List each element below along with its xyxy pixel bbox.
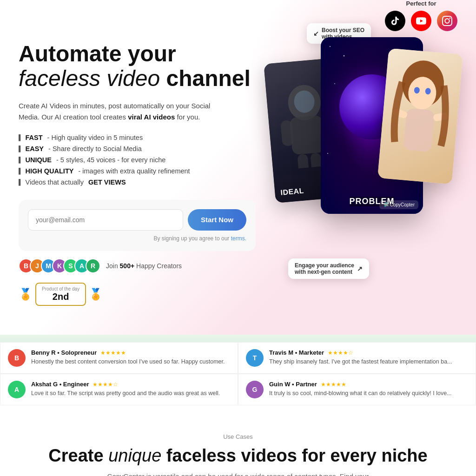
email-form-container: Start Now By signing up you agree to our… (19, 200, 256, 251)
hero-left: Automate your faceless video channel Cre… (19, 14, 260, 306)
features-list: FAST - High quality video in 5 minutes E… (19, 134, 260, 186)
feature-unique: UNIQUE - 5 styles, 45 voices - for every… (19, 156, 260, 164)
product-badge: 🏅 Product of the day 2nd 🏅 (19, 283, 260, 306)
review-text-3: Love it so far. The script was pretty go… (31, 390, 220, 398)
terms-text: By signing up you agree to our terms. (28, 235, 246, 242)
reviews-grid: B Benny R • Solopreneur ★★★★★ Honestly t… (0, 342, 476, 405)
social-proof-text: Join 500+ Happy Creators (106, 262, 182, 270)
use-cases-label: Use Cases (19, 433, 457, 440)
review-card-4: G Guin W • Partner ★★★★★ It truly is so … (238, 374, 476, 405)
review-header-3: Akshat G • Engineer ★★★★☆ (31, 381, 220, 388)
review-stars-4: ★★★★★ (321, 381, 346, 388)
review-card-1: B Benny R • Solopreneur ★★★★★ Honestly t… (0, 342, 238, 374)
headline-italic: faceless video (19, 66, 160, 91)
review-name-3: Akshat G • Engineer (31, 381, 89, 388)
email-form: Start Now (28, 209, 246, 231)
terms-link[interactable]: terms. (231, 235, 246, 242)
headline-bold: channel (166, 66, 251, 91)
feature-quality: HIGH QUALITY - images with extra quality… (19, 167, 260, 175)
review-header-1: Benny R • Solopreneur ★★★★★ (31, 349, 225, 356)
review-avatar-4: G (246, 381, 264, 398)
review-text-4: It truly is so cool, mind-blowing what i… (269, 390, 452, 398)
review-card-3: A Akshat G • Engineer ★★★★☆ Love it so f… (0, 374, 238, 405)
badge-inner: Product of the day 2nd (35, 283, 86, 306)
review-header-4: Guin W • Partner ★★★★★ (269, 381, 452, 388)
svg-rect-21 (403, 108, 435, 152)
review-text-1: Honestly the best content conversion too… (31, 358, 225, 366)
laurel-right: 🏅 (89, 288, 103, 301)
review-card-2: T Travis M • Marketer ★★★★☆ They ship in… (238, 342, 476, 374)
badge-top-text: Product of the day (42, 286, 79, 291)
review-stars-3: ★★★★☆ (93, 381, 118, 388)
headline-line1: Automate your (19, 41, 176, 66)
use-cases-desc: CopyCopter is versatile and can be used … (99, 472, 377, 476)
email-input[interactable] (28, 209, 183, 231)
use-cases-section: Use Cases Create unique faceless videos … (0, 405, 476, 476)
feature-easy: EASY - Share directly to Social Media (19, 145, 260, 152)
review-avatar-3: A (8, 381, 26, 398)
feature-views: Videos that actually GET VIEWS (19, 178, 260, 186)
float-label-engage: Engage your audiencewith next-gen conten… (288, 258, 369, 279)
review-header-2: Travis M • Marketer ★★★★☆ (269, 349, 452, 356)
review-content-4: Guin W • Partner ★★★★★ It truly is so co… (269, 381, 452, 398)
review-name-4: Guin W • Partner (269, 381, 317, 388)
badge-num: 2nd (42, 291, 79, 302)
review-stars-2: ★★★★☆ (328, 350, 353, 356)
review-stars-1: ★★★★★ (100, 350, 126, 356)
use-cases-headline: Create unique faceless videos for every … (19, 446, 457, 466)
laurel-left: 🏅 (19, 288, 33, 301)
card-right (377, 48, 463, 185)
review-content-2: Travis M • Marketer ★★★★☆ They ship insa… (269, 349, 452, 367)
feature-fast: FAST - High quality video in 5 minutes (19, 134, 260, 141)
review-avatar-2: T (246, 349, 264, 367)
review-name-1: Benny R • Solopreneur (31, 349, 97, 356)
svg-rect-4 (297, 154, 309, 170)
avatar-7: R (86, 258, 100, 273)
hero-right: Boost your SEOwith videos IDEAL (260, 14, 457, 293)
review-name-2: Travis M • Marketer (269, 349, 324, 356)
hero-description: Create AI Videos in minutes, post automa… (19, 100, 223, 123)
review-avatar-1: B (8, 349, 26, 367)
svg-rect-1 (290, 115, 325, 155)
social-proof: B J M K S A R Join 500+ Happy Creators (19, 258, 260, 273)
review-content-3: Akshat G • Engineer ★★★★☆ Love it so far… (31, 381, 220, 398)
hero-headline: Automate your faceless video channel (19, 42, 260, 91)
review-text-2: They ship insanely fast. I've got the fa… (269, 358, 452, 366)
review-content-1: Benny R • Solopreneur ★★★★★ Honestly the… (31, 349, 225, 367)
hero-section: Perfect for Automate your faceless (0, 0, 476, 335)
reviews-section: B Benny R • Solopreneur ★★★★★ Honestly t… (0, 335, 476, 405)
card-logo: 🛸 CopyCopter (379, 200, 418, 209)
avatar-group: B J M K S A R (19, 258, 100, 273)
perfect-for-label: Perfect for (385, 0, 457, 7)
start-now-button[interactable]: Start Now (188, 209, 246, 231)
